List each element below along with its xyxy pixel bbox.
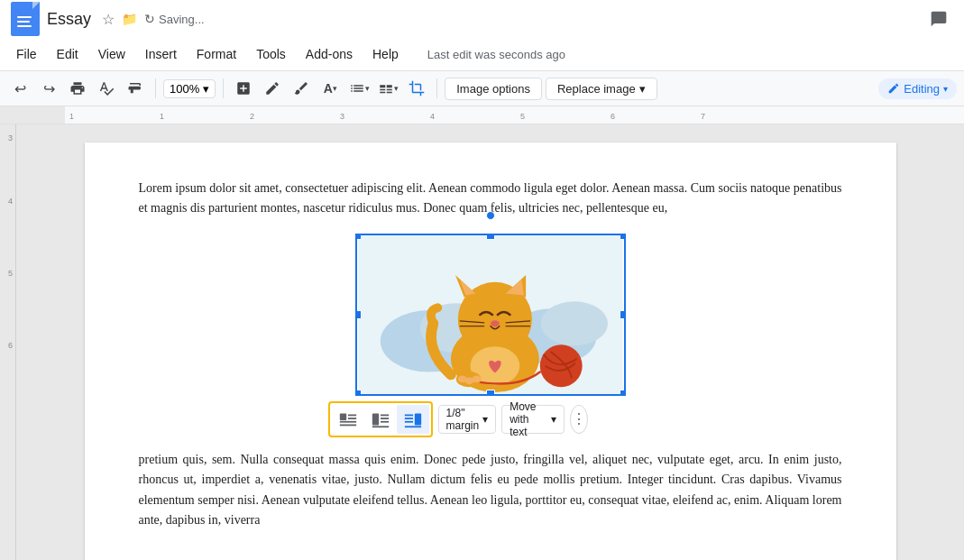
doc-icon (11, 2, 40, 36)
ruler-tick: 7 (701, 112, 705, 121)
left-ruler-tick: 5 (8, 269, 13, 278)
divider-3 (436, 78, 437, 98)
menu-edit[interactable]: Edit (48, 43, 87, 65)
handle-bm[interactable] (486, 390, 495, 396)
doc-scroll: Lorem ipsum dolor sit amet, consectetuer… (16, 124, 964, 560)
editing-mode-button[interactable]: Editing ▾ (878, 78, 957, 99)
menu-bar: File Edit View Insert Format Tools Add-o… (0, 38, 964, 70)
ruler-main: 1 1 2 3 4 5 6 7 (65, 106, 964, 124)
comment-button[interactable] (924, 5, 953, 33)
margin-selector[interactable]: 1/8" margin ▾ (438, 405, 497, 434)
spell-check-button[interactable] (94, 76, 119, 101)
paragraph-style-button[interactable]: ▾ (346, 76, 372, 101)
print-button[interactable] (65, 76, 90, 101)
add-button[interactable] (231, 76, 256, 101)
move-with-text-label: Move with text (510, 400, 547, 438)
ruler: 1 1 2 3 4 5 6 7 (0, 106, 964, 124)
wrap-right-button[interactable] (397, 405, 429, 434)
text-color-button[interactable]: A ▾ (317, 76, 343, 101)
svg-rect-32 (414, 413, 420, 425)
editing-label: Editing (904, 82, 940, 96)
move-text-arrow-icon: ▾ (551, 413, 556, 426)
wrap-left-button[interactable] (364, 405, 397, 434)
menu-format[interactable]: Format (188, 43, 245, 65)
svg-point-4 (540, 301, 607, 345)
svg-point-21 (472, 375, 481, 382)
handle-mr[interactable] (620, 310, 626, 319)
image-wrapper[interactable]: 1/8" margin ▾ Move with text ▾ ⋮ (355, 234, 626, 396)
handle-tl[interactable] (355, 234, 362, 240)
ruler-tick: 6 (611, 112, 615, 121)
zoom-selector[interactable]: 100% ▾ (163, 79, 216, 98)
ruler-corner (0, 106, 65, 124)
highlight-button[interactable] (289, 76, 314, 101)
svg-rect-22 (339, 413, 345, 419)
ruler-tick: 1 (69, 112, 74, 121)
left-ruler: 3 4 5 6 (0, 124, 16, 560)
cat-image (357, 235, 624, 394)
divider-2 (223, 78, 224, 98)
left-ruler-tick: 6 (8, 341, 13, 350)
ruler-tick: 3 (340, 112, 344, 121)
star-icon[interactable]: ☆ (102, 11, 115, 28)
drive-icon[interactable]: 📁 (122, 12, 137, 26)
menu-insert[interactable]: Insert (136, 43, 186, 65)
doc-page[interactable]: Lorem ipsum dolor sit amet, consectetuer… (85, 142, 896, 560)
doc-title: Essay (47, 10, 91, 29)
menu-file[interactable]: File (7, 43, 46, 65)
toolbar: ↩ ↪ 100% ▾ A ▾ ▾ ▾ Image options Repl (0, 70, 964, 106)
divider-1 (155, 78, 156, 98)
saving-icon: ↻ (144, 12, 155, 26)
handle-tr[interactable] (620, 234, 626, 240)
crop-button[interactable] (404, 76, 429, 101)
zoom-arrow-icon: ▾ (203, 82, 209, 96)
handle-tm[interactable] (486, 234, 495, 240)
wrap-options (328, 401, 433, 437)
replace-arrow-icon: ▾ (639, 82, 646, 96)
column-button[interactable]: ▾ (375, 76, 400, 101)
ruler-tick: 2 (250, 112, 254, 121)
redo-button[interactable]: ↪ (36, 76, 61, 101)
ruler-tick: 5 (520, 112, 525, 121)
ruler-tick: 1 (160, 112, 164, 121)
svg-rect-27 (372, 413, 378, 425)
handle-ml[interactable] (355, 310, 362, 319)
margin-label: 1/8" margin (446, 407, 480, 432)
left-ruler-tick: 4 (8, 197, 13, 206)
image-toolbar: 1/8" margin ▾ Move with text ▾ ⋮ (328, 401, 588, 437)
saving-status: ↻ Saving... (144, 12, 205, 26)
image-options-button[interactable]: Image options (445, 78, 542, 100)
menu-help[interactable]: Help (363, 43, 408, 65)
doc-area: 3 4 5 6 Lorem ipsum dolor sit amet, cons… (0, 124, 964, 560)
left-ruler-tick: 3 (8, 133, 13, 142)
more-options-button[interactable]: ⋮ (570, 405, 588, 434)
pencil-button[interactable] (260, 76, 285, 101)
menu-view[interactable]: View (89, 43, 134, 65)
text-after: pretium quis, sem. Nulla consequat massa… (139, 450, 842, 531)
menu-addons[interactable]: Add-ons (297, 43, 362, 65)
selected-image[interactable] (355, 234, 626, 396)
undo-button[interactable]: ↩ (7, 76, 32, 101)
last-edit-text: Last edit was seconds ago (427, 48, 565, 61)
handle-br[interactable] (620, 390, 626, 396)
move-with-text-button[interactable]: Move with text ▾ (501, 405, 565, 434)
wrap-inline-button[interactable] (332, 405, 364, 434)
image-container: 1/8" margin ▾ Move with text ▾ ⋮ (139, 234, 842, 396)
svg-point-11 (491, 320, 500, 326)
editing-arrow-icon: ▾ (943, 84, 948, 94)
margin-arrow-icon: ▾ (482, 413, 488, 426)
menu-tools[interactable]: Tools (247, 43, 295, 65)
handle-top-center[interactable] (486, 211, 495, 220)
title-bar: Essay ☆ 📁 ↻ Saving... (0, 0, 964, 38)
paint-format-button[interactable] (123, 76, 148, 101)
ruler-tick: 4 (430, 112, 435, 121)
handle-bl[interactable] (355, 390, 362, 396)
replace-image-button[interactable]: Replace image ▾ (546, 78, 657, 100)
